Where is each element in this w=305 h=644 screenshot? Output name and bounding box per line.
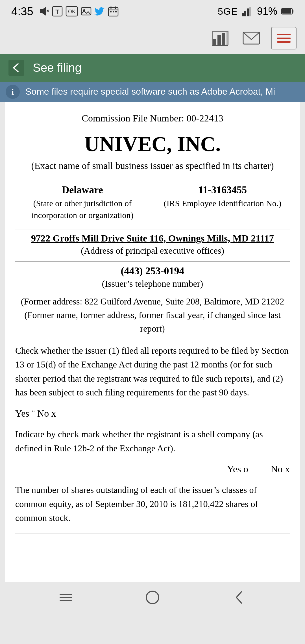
- shell-yes-label: Yes o: [227, 464, 248, 475]
- shell-company-text: Indicate by check mark whether the regis…: [15, 427, 290, 455]
- svg-rect-17: [244, 11, 246, 16]
- info-icon: i: [6, 85, 20, 99]
- phone-section: (443) 253-0194 (Issuer’s telephone numbe…: [15, 265, 290, 289]
- svg-rect-13: [110, 11, 112, 12]
- svg-text:OK: OK: [68, 9, 75, 14]
- svg-rect-25: [222, 33, 225, 45]
- signal-label: 5GE: [218, 6, 238, 17]
- divider-1: [15, 230, 290, 230]
- commission-file-number: Commission File Number: 00-22413: [15, 113, 290, 124]
- status-notification-icons: T OK: [38, 6, 119, 17]
- address-main: 9722 Groffs Mill Drive Suite 116, Owning…: [15, 233, 290, 244]
- svg-rect-14: [113, 11, 114, 12]
- svg-text:T: T: [55, 8, 59, 15]
- svg-rect-23: [213, 39, 216, 45]
- ein-column: 11-3163455 (IRS Employee Identification …: [155, 184, 290, 221]
- home-icon: [144, 589, 161, 606]
- home-button[interactable]: [143, 588, 162, 607]
- chart-bar-icon: [212, 30, 229, 46]
- see-filing-label: See filing: [33, 61, 82, 75]
- image-notification-icon: [81, 6, 91, 17]
- svg-rect-19: [249, 7, 251, 16]
- battery-icon: [281, 7, 294, 15]
- menu-button[interactable]: [271, 27, 297, 49]
- svg-rect-15: [115, 11, 117, 12]
- former-address-text: (Former address: 822 Guilford Avenue, Su…: [15, 295, 290, 308]
- divider-2: [15, 262, 290, 262]
- ok-notification-icon: OK: [66, 6, 78, 17]
- info-banner-text: Some files require special software such…: [25, 86, 275, 98]
- status-bar: 4:35 T OK: [0, 0, 305, 23]
- ein-label: 11-3163455: [155, 184, 290, 196]
- phone-desc: (Issuer’s telephone number): [15, 279, 290, 289]
- phone-number: (443) 253-0194: [15, 265, 290, 277]
- company-subtitle: (Exact name of small business issuer as …: [15, 159, 290, 173]
- calendar-notification-icon: [108, 6, 119, 17]
- svg-rect-7: [81, 8, 91, 15]
- back-button[interactable]: [229, 588, 249, 607]
- see-filing-bar[interactable]: See filing: [0, 54, 305, 82]
- app-header: [0, 23, 305, 54]
- signal-bars-icon: [242, 6, 253, 16]
- state-ein-section: Delaware (State or other jurisdiction of…: [15, 184, 290, 221]
- back-arrow-icon: [8, 60, 24, 76]
- svg-rect-21: [292, 10, 293, 13]
- check-text: Check whether the issuer (1) filed all r…: [15, 344, 290, 400]
- info-banner: i Some files require special software su…: [0, 82, 305, 102]
- shell-no-label: No x: [271, 464, 290, 475]
- hamburger-line-1: [277, 34, 291, 35]
- android-nav-bar: [0, 582, 305, 613]
- bottom-divider: [15, 534, 290, 534]
- yes-no-line: Yes ¨ No x: [15, 408, 290, 419]
- ein-desc: (IRS Employee Identification No.): [155, 197, 290, 209]
- address-desc: (Address of principal executive offices): [15, 245, 290, 256]
- hamburger-line-3: [277, 41, 291, 43]
- recents-button[interactable]: [56, 588, 76, 607]
- t-notification-icon: T: [52, 6, 63, 17]
- svg-rect-22: [282, 9, 291, 14]
- document-area: Commission File Number: 00-22413 UNIVEC,…: [5, 102, 300, 582]
- hamburger-line-2: [277, 38, 291, 39]
- svg-rect-16: [242, 13, 244, 16]
- svg-rect-18: [247, 8, 249, 16]
- status-left: 4:35 T OK: [11, 5, 119, 18]
- status-right: 5GE 91%: [218, 5, 294, 17]
- state-desc: (State or other jurisdiction of incorpor…: [15, 197, 150, 221]
- company-name: UNIVEC, INC.: [15, 132, 290, 156]
- shares-outstanding-text: The number of shares outstanding of each…: [15, 483, 290, 525]
- status-time: 4:35: [11, 5, 33, 18]
- battery-percent: 91%: [257, 5, 277, 17]
- address-section: 9722 Groffs Mill Drive Suite 116, Owning…: [15, 233, 290, 256]
- mail-icon-button[interactable]: [240, 27, 263, 49]
- svg-rect-24: [217, 35, 221, 45]
- svg-point-33: [146, 591, 159, 604]
- arrow-left-icon: [11, 63, 22, 73]
- chart-icon-button[interactable]: [209, 27, 232, 49]
- speakerphone-icon: [38, 6, 49, 17]
- state-column: Delaware (State or other jurisdiction of…: [15, 184, 150, 221]
- shell-yes-no: Yes o No x: [15, 464, 290, 475]
- state-label: Delaware: [15, 184, 150, 196]
- svg-marker-0: [40, 7, 46, 16]
- former-desc-text: (Former name, former address, former fis…: [15, 308, 290, 335]
- former-section: (Former address: 822 Guilford Avenue, Su…: [15, 295, 290, 335]
- recents-icon: [57, 589, 74, 606]
- back-nav-icon: [231, 589, 248, 606]
- twitter-icon: [94, 6, 105, 17]
- mail-icon: [243, 31, 260, 45]
